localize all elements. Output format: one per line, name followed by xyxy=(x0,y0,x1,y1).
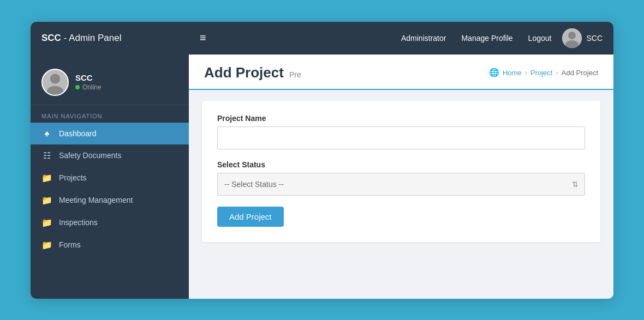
sidebar-avatar xyxy=(41,69,69,96)
project-name-label: Project Name xyxy=(217,114,585,123)
nav-section-label: MAIN NAVIGATION xyxy=(31,105,189,123)
brand-suffix: - Admin Panel xyxy=(64,33,122,43)
nav-administrator[interactable]: Administrator xyxy=(401,34,446,43)
header-avatar xyxy=(562,28,582,48)
content-header: Add Project Pre 🌐 Home › Project › Add P… xyxy=(189,55,613,90)
sidebar-user: SCC Online xyxy=(31,63,189,105)
grid-icon: ☷ xyxy=(41,150,52,161)
brand: SCC - Admin Panel xyxy=(41,33,200,44)
nav-logout[interactable]: Logout xyxy=(528,34,552,43)
app-container: SCC - Admin Panel ≡ Administrator Manage… xyxy=(31,22,613,299)
dashboard-icon: ♠ xyxy=(41,129,52,138)
hamburger-icon[interactable]: ≡ xyxy=(200,32,206,44)
nav-right: ≡ Administrator Manage Profile Logout SC xyxy=(200,28,603,48)
outer-wrapper: SCC - Admin Panel ≡ Administrator Manage… xyxy=(22,13,622,307)
sidebar-username: SCC xyxy=(75,73,102,82)
sidebar-item-forms[interactable]: 📁 Forms xyxy=(31,234,189,256)
breadcrumb-sep-2: › xyxy=(556,69,558,77)
sidebar-item-inspections[interactable]: 📁 Inspections xyxy=(31,212,189,234)
user-info: SCC xyxy=(562,28,603,48)
content-area: Add Project Pre 🌐 Home › Project › Add P… xyxy=(189,55,613,299)
svg-point-4 xyxy=(50,74,60,83)
sidebar-item-label: Meeting Management xyxy=(59,196,133,204)
add-project-button[interactable]: Add Project xyxy=(217,207,284,227)
project-name-input[interactable] xyxy=(217,126,585,149)
status-label: Select Status xyxy=(217,160,585,169)
status-select[interactable]: -- Select Status -- Active Inactive Pend… xyxy=(217,173,585,196)
sidebar-user-info: SCC Online xyxy=(75,73,102,91)
globe-icon: 🌐 xyxy=(489,68,499,77)
status-group: Select Status -- Select Status -- Active… xyxy=(217,160,585,196)
folder-icon-4: 📁 xyxy=(41,240,52,250)
sidebar-item-label: Forms xyxy=(59,240,81,249)
folder-icon: 📁 xyxy=(41,173,52,183)
breadcrumb-project[interactable]: Project xyxy=(530,69,552,77)
page-title: Add Project xyxy=(204,64,284,81)
svg-point-5 xyxy=(47,86,63,95)
sidebar-status: Online xyxy=(75,83,102,91)
sidebar-item-safety-documents[interactable]: ☷ Safety Documents xyxy=(31,144,189,167)
svg-point-1 xyxy=(568,32,576,39)
status-dot xyxy=(75,85,80,89)
sidebar-item-label: Safety Documents xyxy=(59,151,121,160)
sidebar-item-label: Projects xyxy=(59,173,87,182)
breadcrumb-home[interactable]: Home xyxy=(503,69,522,77)
page-title-wrap: Add Project Pre xyxy=(204,64,301,81)
status-label: Online xyxy=(82,83,102,91)
sidebar-item-meeting-management[interactable]: 📁 Meeting Management xyxy=(31,189,189,212)
breadcrumb: 🌐 Home › Project › Add Project xyxy=(489,68,598,77)
folder-icon-3: 📁 xyxy=(41,218,52,228)
nav-manage-profile[interactable]: Manage Profile xyxy=(461,34,512,43)
sidebar: SCC Online MAIN NAVIGATION ♠ Dashboard ☷… xyxy=(31,55,189,299)
breadcrumb-current: Add Project xyxy=(562,69,598,77)
form-card: Project Name Select Status -- Select Sta… xyxy=(202,101,600,242)
main-area: SCC Online MAIN NAVIGATION ♠ Dashboard ☷… xyxy=(31,55,613,299)
select-wrapper: -- Select Status -- Active Inactive Pend… xyxy=(217,173,585,196)
brand-name: SCC xyxy=(41,33,61,43)
folder-icon-2: 📁 xyxy=(41,195,52,206)
page-title-sub: Pre xyxy=(289,70,301,79)
sidebar-item-label: Inspections xyxy=(59,218,98,227)
sidebar-item-dashboard[interactable]: ♠ Dashboard xyxy=(31,123,189,144)
top-header: SCC - Admin Panel ≡ Administrator Manage… xyxy=(31,22,613,55)
project-name-group: Project Name xyxy=(217,114,585,149)
sidebar-item-label: Dashboard xyxy=(59,129,97,138)
sidebar-item-projects[interactable]: 📁 Projects xyxy=(31,167,189,189)
nav-links: Administrator Manage Profile Logout xyxy=(223,34,552,43)
breadcrumb-sep-1: › xyxy=(525,69,527,77)
header-user-label: SCC xyxy=(586,34,603,43)
